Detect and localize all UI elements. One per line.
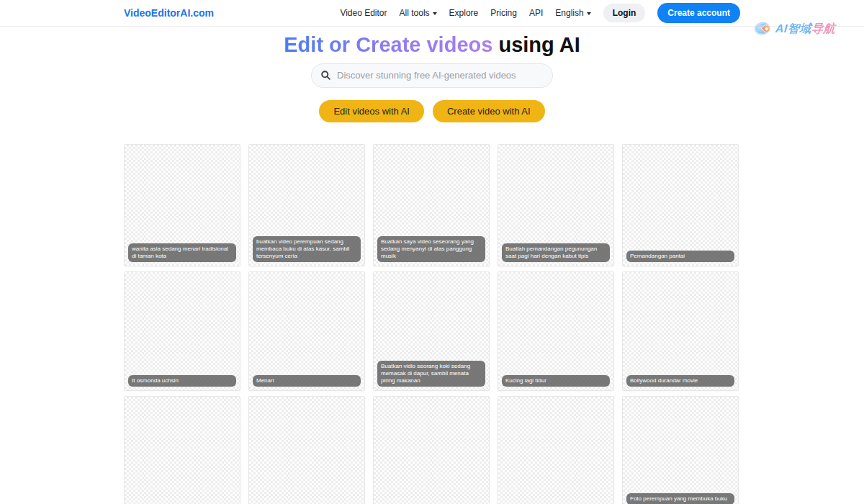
video-card[interactable]: It osmonda uchsin: [124, 271, 240, 391]
page-title: Edit or Create videos using AI: [0, 32, 864, 58]
site-logo[interactable]: VideoEditorAI.com: [124, 7, 214, 19]
video-card[interactable]: buatkan video perempuan sedang membaca b…: [248, 144, 365, 266]
video-card[interactable]: Menari: [248, 271, 365, 391]
search-icon: [320, 70, 331, 81]
video-card[interactable]: wanita asia sedang menari tradisional di…: [124, 144, 240, 266]
video-card[interactable]: Buatkan saya video seseorang yang sedang…: [373, 144, 490, 266]
video-caption: It osmonda uchsin: [128, 375, 236, 387]
chevron-down-icon: [433, 12, 437, 15]
video-caption: Menari: [253, 375, 361, 387]
hero-section: Edit or Create videos using AI Edit vide…: [0, 32, 864, 122]
chevron-down-icon: [587, 12, 591, 15]
video-card[interactable]: Foto perempuan yang membuka buku: [622, 396, 739, 504]
create-account-button[interactable]: Create account: [657, 3, 740, 23]
video-caption: Buatkan vidio seorang koki sedang memasa…: [377, 361, 485, 387]
nav-item-all-tools[interactable]: All tools: [400, 8, 437, 18]
login-button[interactable]: Login: [603, 4, 646, 22]
video-card[interactable]: Buatlah pemandangan pegunungan saat pagi…: [498, 144, 614, 266]
video-gallery: wanita asia sedang menari tradisional di…: [124, 144, 739, 504]
page-title-gradient: Edit or Create videos: [284, 33, 492, 56]
video-caption: Pemandangan pantai: [626, 251, 734, 262]
video-caption: Bollywood durandar movie: [626, 375, 734, 387]
navbar: VideoEditorAI.com Video Editor All tools…: [0, 0, 864, 27]
video-caption: Buatlah pemandangan pegunungan saat pagi…: [502, 243, 610, 262]
video-caption: Foto perempuan yang membuka buku: [626, 493, 734, 504]
edit-videos-button[interactable]: Edit videos with AI: [319, 100, 424, 122]
nav-item-explore[interactable]: Explore: [449, 8, 479, 18]
video-caption: Kucing lagi tidur: [502, 375, 610, 387]
search-bar[interactable]: [311, 63, 553, 88]
video-caption: Buatkan saya video seseorang yang sedang…: [377, 236, 485, 262]
video-card[interactable]: Pemandangan pantai: [622, 144, 739, 266]
language-selector[interactable]: English: [555, 8, 590, 18]
video-card[interactable]: Buatkan vidio seorang koki sedang memasa…: [373, 271, 490, 391]
video-caption: wanita asia sedang menari tradisional di…: [128, 243, 236, 262]
video-caption: buatkan video perempuan sedang membaca b…: [253, 236, 361, 262]
video-card[interactable]: Kucing lagi tidur: [498, 271, 614, 391]
nav-item-pricing[interactable]: Pricing: [490, 8, 517, 18]
video-card[interactable]: [373, 396, 490, 504]
video-card[interactable]: [498, 396, 614, 504]
video-card[interactable]: [124, 396, 240, 504]
nav-item-video-editor[interactable]: Video Editor: [340, 8, 387, 18]
video-card[interactable]: Bollywood durandar movie: [622, 271, 739, 391]
nav-item-api[interactable]: API: [529, 8, 543, 18]
search-input[interactable]: [337, 70, 544, 81]
page-title-rest: using AI: [492, 33, 580, 56]
video-card[interactable]: [248, 396, 365, 504]
create-video-button[interactable]: Create video with AI: [433, 100, 545, 122]
